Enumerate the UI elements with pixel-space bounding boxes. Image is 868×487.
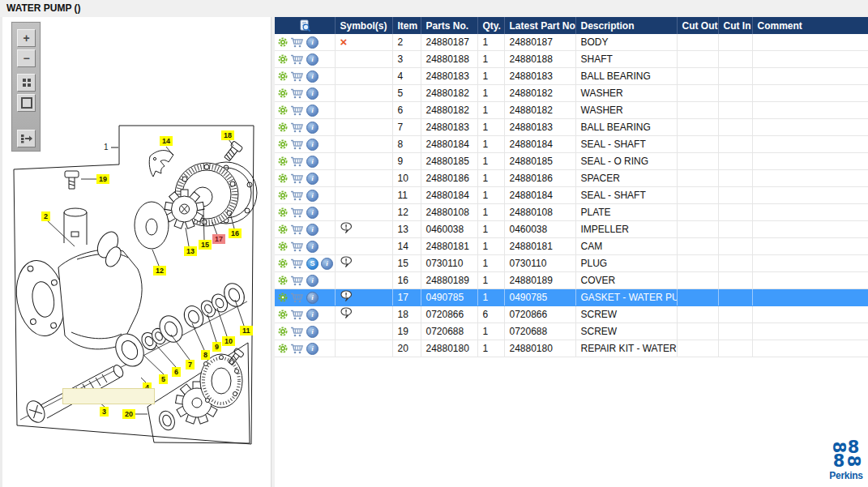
gear-icon[interactable] xyxy=(278,276,288,285)
cell-parts-no[interactable]: 24880187 xyxy=(421,34,477,51)
cell-parts-no[interactable]: 24880183 xyxy=(421,119,477,136)
gear-icon[interactable] xyxy=(278,37,288,47)
cell-parts-no[interactable]: 0490785 xyxy=(421,289,477,306)
table-row[interactable]: i19072068810720688SCREW xyxy=(275,323,868,340)
cell-parts-no[interactable]: 24880185 xyxy=(421,153,477,170)
cart-icon[interactable] xyxy=(290,173,304,184)
column-parts-no[interactable]: Parts No. xyxy=(421,17,477,34)
cell-cut-out[interactable] xyxy=(677,289,718,306)
table-row[interactable]: i724880183124880183BALL BEARING xyxy=(275,119,868,136)
info-icon[interactable]: i xyxy=(306,292,319,304)
diagram-callout-18[interactable]: 18 xyxy=(221,130,234,140)
cell-cut-in[interactable] xyxy=(718,204,752,221)
table-row[interactable]: i424880183124880183BALL BEARING xyxy=(275,68,868,85)
cell-item[interactable]: 7 xyxy=(392,119,421,136)
diagram-callout-5[interactable]: 5 xyxy=(159,374,168,384)
table-row[interactable]: i1124880184124880184SEAL - SHAFT xyxy=(275,187,868,204)
cell-latest-part-no[interactable]: 24880186 xyxy=(504,170,575,187)
cell-latest-part-no[interactable]: 24880183 xyxy=(504,68,575,85)
cell-item[interactable]: 14 xyxy=(392,238,421,255)
column-description[interactable]: Description xyxy=(575,17,677,34)
cell-cut-out[interactable] xyxy=(677,204,718,221)
table-row[interactable]: i824880184124880184SEAL - SHAFT xyxy=(275,136,868,153)
info-icon[interactable]: i xyxy=(306,190,319,202)
table-row[interactable]: i18072086660720866SCREW xyxy=(275,306,868,323)
cell-item[interactable]: 13 xyxy=(392,221,421,238)
cell-cut-out[interactable] xyxy=(677,153,718,170)
diagram-callout-6[interactable]: 6 xyxy=(172,367,181,377)
cell-qty[interactable]: 1 xyxy=(477,204,504,221)
cart-icon[interactable] xyxy=(290,224,304,235)
note-bubble-icon[interactable] xyxy=(340,222,352,234)
info-icon[interactable]: i xyxy=(306,139,319,151)
cell-cut-out[interactable] xyxy=(677,85,718,102)
cell-symbols[interactable] xyxy=(335,51,392,68)
table-row[interactable]: i624880182124880182WASHER xyxy=(275,102,868,119)
cell-comment[interactable] xyxy=(752,289,868,306)
cell-parts-no[interactable]: 24880180 xyxy=(421,340,477,357)
cell-cut-in[interactable] xyxy=(718,187,752,204)
cell-latest-part-no[interactable]: 24880182 xyxy=(504,102,575,119)
diagram-callout-12[interactable]: 12 xyxy=(153,266,166,276)
cell-cut-in[interactable] xyxy=(718,340,752,357)
diagram-callout-9[interactable]: 9 xyxy=(212,342,221,352)
diagram-callout-14[interactable]: 14 xyxy=(160,136,173,146)
cell-cut-in[interactable] xyxy=(718,221,752,238)
cell-description[interactable]: COVER xyxy=(575,272,677,289)
cell-description[interactable]: SEAL - SHAFT xyxy=(575,187,677,204)
note-bubble-icon[interactable] xyxy=(340,290,352,302)
info-icon[interactable]: i xyxy=(306,224,319,236)
cell-comment[interactable] xyxy=(752,119,868,136)
cell-qty[interactable]: 1 xyxy=(477,187,504,204)
cell-parts-no[interactable]: 24880186 xyxy=(421,170,477,187)
cell-cut-in[interactable] xyxy=(718,289,752,306)
cell-cut-in[interactable] xyxy=(718,323,752,340)
cell-item[interactable]: 16 xyxy=(392,272,421,289)
gear-icon[interactable] xyxy=(278,310,288,319)
cell-comment[interactable] xyxy=(752,238,868,255)
info-icon[interactable]: i xyxy=(306,70,319,83)
info-icon[interactable]: i xyxy=(306,343,319,355)
cell-qty[interactable]: 1 xyxy=(477,272,504,289)
cell-qty[interactable]: 1 xyxy=(477,68,504,85)
column-comment[interactable]: Comment xyxy=(752,17,868,34)
info-icon[interactable]: i xyxy=(306,326,319,338)
column-cut-out[interactable]: Cut Out xyxy=(677,17,718,34)
cell-parts-no[interactable]: 24880188 xyxy=(421,51,477,68)
cell-cut-out[interactable] xyxy=(677,170,718,187)
gear-icon[interactable] xyxy=(278,344,288,353)
cell-parts-no[interactable]: 24880181 xyxy=(421,238,477,255)
cell-description[interactable]: SEAL - SHAFT xyxy=(575,136,677,153)
cell-symbols[interactable] xyxy=(335,85,392,102)
column-qty[interactable]: Qty. xyxy=(477,17,504,34)
cell-cut-in[interactable] xyxy=(718,102,752,119)
gear-icon[interactable] xyxy=(278,122,288,132)
cell-cut-out[interactable] xyxy=(677,221,718,238)
cell-parts-no[interactable]: 0460038 xyxy=(421,221,477,238)
cell-symbols[interactable] xyxy=(335,68,392,85)
diagram-callout-20[interactable]: 20 xyxy=(122,409,135,419)
gear-icon[interactable] xyxy=(278,156,288,166)
cell-cut-in[interactable] xyxy=(718,51,752,68)
cell-parts-no[interactable]: 24880184 xyxy=(421,187,477,204)
supersession-icon[interactable]: S xyxy=(306,258,319,270)
cell-symbols[interactable] xyxy=(335,204,392,221)
cell-cut-in[interactable] xyxy=(718,34,752,51)
cell-item[interactable]: 15 xyxy=(392,255,421,272)
diagram-callout-16[interactable]: 16 xyxy=(229,229,242,238)
table-row[interactable]: i2024880180124880180REPAIR KIT - WATER P… xyxy=(275,340,868,357)
cell-latest-part-no[interactable]: 24880187 xyxy=(504,34,575,51)
cell-latest-part-no[interactable]: 24880188 xyxy=(504,51,575,68)
info-icon[interactable]: i xyxy=(306,207,319,219)
cell-parts-no[interactable]: 24880183 xyxy=(421,68,477,85)
cart-icon[interactable] xyxy=(290,276,304,286)
cell-description[interactable]: BODY xyxy=(575,34,677,51)
gear-icon[interactable] xyxy=(278,241,288,251)
cell-description[interactable]: WASHER xyxy=(575,102,677,119)
cell-item[interactable]: 11 xyxy=(392,187,421,204)
table-row[interactable]: i524880182124880182WASHER xyxy=(275,85,868,102)
table-row[interactable]: i1424880181124880181CAM xyxy=(275,238,868,255)
gear-icon[interactable] xyxy=(278,207,288,217)
cell-cut-out[interactable] xyxy=(677,34,718,51)
cell-qty[interactable]: 1 xyxy=(477,238,504,255)
